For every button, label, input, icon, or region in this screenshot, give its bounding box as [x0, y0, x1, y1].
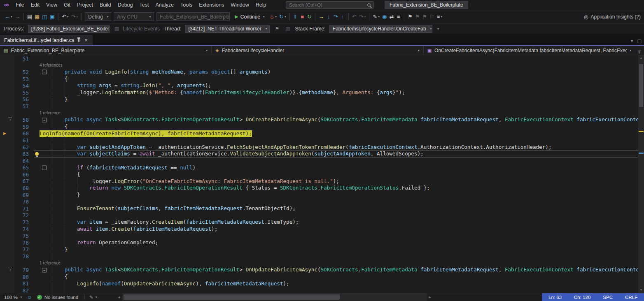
breakpoint-gutter[interactable] [0, 144, 14, 151]
breakpoint-gutter[interactable] [0, 239, 14, 246]
breakpoint-gutter[interactable] [0, 192, 14, 199]
breakpoint-gutter[interactable]: ► [0, 130, 14, 137]
search-input[interactable] [289, 2, 365, 7]
breakpoint-gutter[interactable]: ↑ [0, 266, 14, 273]
code-text[interactable]: { [34, 171, 638, 178]
scroll-down-icon[interactable]: ▼ [638, 287, 644, 293]
quick-search-box[interactable] [286, 1, 374, 9]
code-text[interactable] [34, 198, 638, 205]
zoom-control[interactable]: 100 % ▾ [0, 295, 25, 300]
new-file-icon[interactable]: ▤ [26, 12, 33, 21]
code-text[interactable]: − public async Task<SDKContracts.FabricI… [34, 116, 638, 123]
code-text[interactable]: LogInfo(nameof(OnCreateFabricItemAsync),… [34, 130, 638, 137]
document-health-indicator[interactable]: ✓ No issues found [34, 295, 82, 300]
code-text[interactable]: var subjectClaims = await _authenticatio… [34, 150, 638, 157]
breakpoint-gutter[interactable] [0, 150, 14, 157]
breakpoint-gutter[interactable] [0, 280, 14, 287]
code-text[interactable]: var subjectAndAppToken = _authentication… [34, 144, 638, 151]
breakpoint-gutter[interactable] [0, 137, 14, 144]
codelens-text[interactable]: 1 reference [34, 260, 638, 267]
code-text[interactable]: } [34, 246, 638, 253]
horizontal-scrollbar-track[interactable] [122, 293, 427, 301]
code-text[interactable] [34, 232, 638, 239]
breakpoint-gutter[interactable] [0, 273, 14, 280]
fold-toggle-icon[interactable]: − [42, 118, 47, 122]
menu-item-project[interactable]: Project [74, 0, 96, 10]
breakpoint-gutter[interactable] [0, 253, 14, 260]
code-text[interactable] [34, 55, 638, 62]
code-text[interactable] [34, 103, 638, 110]
restart-debug-icon[interactable]: ↻ [306, 12, 313, 21]
breakpoint-gutter[interactable] [0, 164, 14, 171]
code-text[interactable]: string args = string.Join(", ", argument… [34, 82, 638, 89]
float-window-icon[interactable]: ▢ [637, 38, 642, 44]
restart-app-icon[interactable]: ↻▾ [278, 12, 287, 21]
breakpoint-gutter[interactable] [0, 62, 14, 69]
process-combo[interactable]: [9288] Fabric_Extension_BE_Boilerp ▾ [28, 25, 110, 33]
breakpoint-gutter[interactable] [0, 185, 14, 192]
menu-item-edit[interactable]: Edit [28, 0, 43, 10]
feedback-icon[interactable]: ☺ [25, 294, 33, 300]
breakpoint-gutter[interactable] [0, 123, 14, 130]
intellicode-icon[interactable]: ◉ [381, 12, 388, 21]
breakpoint-gutter[interactable] [0, 69, 14, 76]
split-icon[interactable]: ╥ [635, 46, 644, 55]
breakpoint-gutter[interactable] [0, 103, 14, 110]
breakpoint-gutter[interactable] [0, 82, 14, 89]
flag-icon[interactable]: ⚑ [273, 26, 280, 32]
fold-toggle-icon[interactable]: − [42, 70, 47, 74]
code-text[interactable]: − private void LogInfo(string methodName… [34, 69, 638, 76]
code-text[interactable]: return OperationCompleted; [34, 239, 638, 246]
menu-item-build[interactable]: Build [96, 0, 114, 10]
breakpoint-gutter[interactable] [0, 287, 14, 293]
code-text[interactable]: _logger.LogInformation($"Method: {nameof… [34, 89, 638, 96]
project-dropdown[interactable]: ▤ Fabric_Extension_BE_Boilerplate ▾ [0, 46, 212, 55]
vertical-scrollbar[interactable]: ▲ ▼ [638, 55, 644, 293]
codelens-references[interactable]: 1 reference [40, 260, 61, 267]
save-icon[interactable]: ◫ [41, 12, 48, 21]
overflow-chevron-icon[interactable]: ▾ [436, 27, 441, 31]
bookmark-toggle-icon[interactable]: ⚑ [406, 12, 414, 21]
compare-icon[interactable]: ⇄ [388, 12, 395, 21]
breakpoint-gutter[interactable] [0, 198, 14, 205]
close-icon[interactable]: × [84, 37, 89, 43]
step-out-icon[interactable]: ↑ [339, 12, 346, 21]
stack-frame-combo[interactable]: FabricItemsLifecycleHandler.OnCreateFab … [329, 25, 432, 33]
breakpoint-gutter[interactable] [0, 205, 14, 212]
code-text[interactable]: _logger.LogError("OnCreateFabricItemAsyn… [34, 178, 638, 185]
menu-item-extensions[interactable]: Extensions [196, 0, 227, 10]
code-text[interactable] [34, 287, 638, 293]
codelens-text[interactable]: 1 reference [34, 110, 638, 117]
code-cleanup-icon[interactable]: ✎▾ [371, 12, 381, 21]
code-editor[interactable]: 51 4 references52− private void LogInfo(… [0, 55, 644, 293]
code-text[interactable]: LogInfo(nameof(OnUpdateFabricItemAsync),… [34, 280, 638, 287]
code-text[interactable]: return new SDKContracts.FabricItemOperat… [34, 185, 638, 192]
menu-item-help[interactable]: Help [252, 0, 270, 10]
code-text[interactable]: { [34, 273, 638, 280]
chevron-down-icon[interactable]: ▾ [631, 38, 633, 44]
tab-fabricitemslifecyclehandler[interactable]: FabricItemsLif...ycleHandler.cs × [0, 35, 93, 45]
breakpoint-gutter[interactable]: ↑ [0, 116, 14, 123]
code-text[interactable]: { [34, 123, 638, 130]
task-list-icon[interactable]: ≡▾ [436, 12, 443, 21]
horizontal-scrollbar[interactable]: ◀ ▶ [116, 293, 433, 301]
scroll-right-icon[interactable]: ▶ [427, 296, 433, 299]
open-file-icon[interactable]: ▦ [33, 12, 41, 21]
breakpoint-gutter[interactable] [0, 110, 14, 117]
menu-item-analyze[interactable]: Analyze [152, 0, 177, 10]
codelens-references[interactable]: 1 reference [40, 110, 61, 117]
show-next-statement-icon[interactable]: → [317, 12, 325, 21]
continue-button[interactable]: ▶Continue▾ [232, 12, 267, 21]
menu-item-test[interactable]: Test [136, 0, 152, 10]
undo-icon[interactable]: ↶▾ [61, 12, 70, 21]
code-text[interactable] [34, 253, 638, 260]
breakpoint-gutter[interactable] [0, 260, 14, 267]
code-text[interactable]: } [34, 192, 638, 199]
code-text[interactable]: − if (fabricItemMetadataRequest == null) [34, 164, 638, 171]
breakpoint-gutter[interactable] [0, 246, 14, 253]
type-dropdown[interactable]: ◈ FabricItemsLifecycleHandler ▾ [212, 46, 423, 55]
breakpoint-gutter[interactable] [0, 89, 14, 96]
lightbulb-icon[interactable] [35, 152, 39, 155]
menu-item-git[interactable]: Git [61, 0, 74, 10]
stop-icon[interactable]: ■ [299, 12, 306, 21]
